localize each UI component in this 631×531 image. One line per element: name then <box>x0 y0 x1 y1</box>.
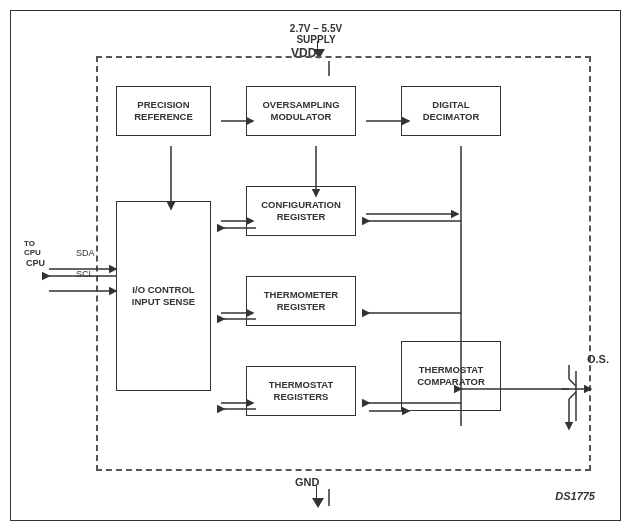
io-control-block: I/O CONTROL INPUT SENSE <box>116 201 211 391</box>
scl-label: SCL <box>76 269 94 279</box>
gnd-arrow <box>312 498 324 508</box>
configuration-register-block: CONFIGURATION REGISTER <box>246 186 356 236</box>
outer-border: VDD 2.7V – 5.5VSUPPLY GND PRECISION REFE… <box>10 10 621 521</box>
cpu-label: CPU <box>26 258 45 268</box>
supply-label: 2.7V – 5.5VSUPPLY <box>276 23 356 45</box>
os-label: O.S. <box>587 353 609 365</box>
thermostat-comparator-block: THERMOSTAT COMPARATOR <box>401 341 501 411</box>
sda-label: SDA <box>76 248 95 258</box>
gnd-line <box>316 486 317 498</box>
digital-decimator-block: DIGITAL DECIMATOR <box>401 86 501 136</box>
thermostat-registers-block: THERMOSTAT REGISTERS <box>246 366 356 416</box>
to-cpu-label: TOCPU <box>24 239 41 257</box>
ds1775-label: DS1775 <box>555 490 595 502</box>
oversampling-modulator-block: OVERSAMPLING MODULATOR <box>246 86 356 136</box>
precision-reference-block: PRECISION REFERENCE <box>116 86 211 136</box>
thermometer-register-block: THERMOMETER REGISTER <box>246 276 356 326</box>
